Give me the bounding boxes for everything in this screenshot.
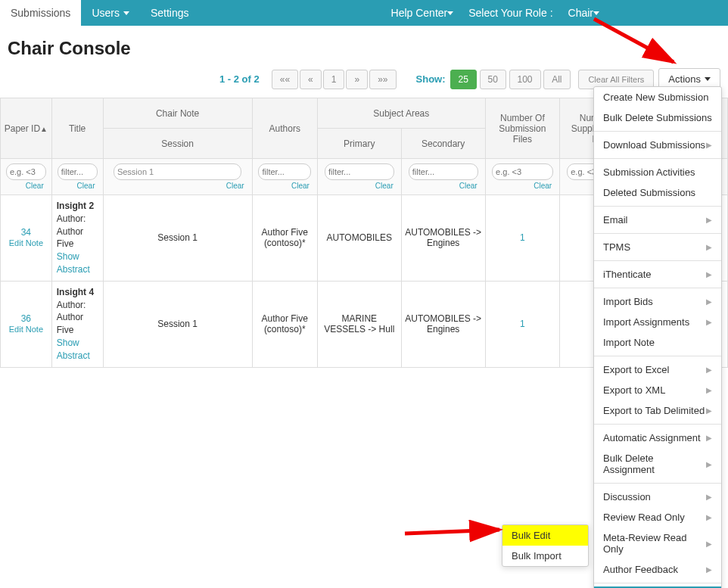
actions-item-label: Import Assignments: [603, 316, 689, 328]
result-range: 1 - 2 of 2: [219, 73, 260, 85]
col-primary[interactable]: Primary: [317, 129, 401, 159]
filter-session[interactable]: [114, 163, 241, 180]
actions-item-email[interactable]: Email▶: [594, 210, 721, 230]
actions-item-export-to-excel[interactable]: Export to Excel▶: [594, 359, 721, 380]
secondary-cell: AUTOMOBILES -> Engines: [401, 281, 485, 367]
filter-authors[interactable]: [258, 163, 311, 180]
chevron-right-icon: ▶: [706, 318, 712, 326]
chevron-right-icon: ▶: [706, 386, 712, 394]
col-paper-id[interactable]: Paper ID▲: [1, 98, 52, 159]
paper-id-link[interactable]: 36: [21, 313, 31, 324]
col-chair-note[interactable]: Chair Note: [103, 98, 252, 129]
filter-title[interactable]: [58, 163, 98, 180]
actions-item-label: TPMS: [603, 241, 630, 253]
tab-users-label: Users: [92, 7, 120, 19]
page-size-25[interactable]: 25: [450, 70, 477, 89]
tab-settings[interactable]: Settings: [140, 0, 200, 26]
clear-filter-title[interactable]: Clear: [55, 180, 100, 190]
actions-item-import-note[interactable]: Import Note: [594, 332, 721, 353]
actions-item-label: Email: [603, 214, 628, 226]
paper-title: Insight 4: [57, 287, 94, 297]
tab-users[interactable]: Users: [81, 0, 140, 26]
filter-secondary[interactable]: [409, 163, 478, 180]
actions-item-tpms[interactable]: TPMS▶: [594, 237, 721, 257]
filter-primary[interactable]: [325, 163, 394, 180]
author-label: Author:: [57, 213, 86, 224]
edit-note-link[interactable]: Edit Note: [9, 325, 43, 334]
author-label: Author:: [57, 300, 86, 310]
show-abstract-link[interactable]: Show Abstract: [57, 338, 90, 361]
secondary-cell: AUTOMOBILES -> Engines: [401, 195, 485, 282]
sort-asc-icon: ▲: [40, 125, 48, 133]
actions-item-label: iThenticate: [603, 269, 652, 280]
col-session[interactable]: Session: [103, 129, 252, 159]
edit-note-link[interactable]: Edit Note: [9, 238, 43, 247]
clear-filter-primary[interactable]: Clear: [321, 180, 398, 190]
clear-filter-paper-id[interactable]: Clear: [4, 180, 48, 190]
actions-item-export-to-xml[interactable]: Export to XML▶: [594, 380, 721, 397]
col-subject-areas: Subject Areas: [317, 98, 485, 129]
chevron-right-icon: ▶: [706, 141, 712, 149]
col-authors[interactable]: Authors: [252, 98, 317, 159]
page-size-50[interactable]: 50: [480, 70, 506, 89]
clear-filter-subfiles[interactable]: Clear: [489, 180, 557, 190]
help-label: Help Center: [391, 7, 448, 19]
caret-down-icon: [705, 77, 711, 81]
actions-item-create-new-submission[interactable]: Create New Submission: [594, 87, 721, 107]
paper-id-link[interactable]: 34: [21, 227, 31, 238]
show-abstract-link[interactable]: Show Abstract: [57, 251, 90, 275]
actions-item-ithenticate[interactable]: iThenticate▶: [594, 264, 721, 285]
chevron-right-icon: ▶: [706, 297, 712, 306]
actions-dropdown: Create New SubmissionBulk Delete Submiss…: [593, 86, 722, 397]
actions-item-deleted-submissions[interactable]: Deleted Submissions: [594, 182, 721, 203]
select-role-label: Select Your Role :: [461, 1, 560, 25]
clear-filter-session[interactable]: Clear: [107, 180, 249, 190]
actions-item-label: Import Note: [603, 337, 655, 348]
clear-filter-authors[interactable]: Clear: [256, 180, 314, 190]
clear-filter-secondary[interactable]: Clear: [405, 180, 482, 190]
col-submission-files[interactable]: Number Of Submission Files: [485, 98, 560, 159]
col-secondary[interactable]: Secondary: [401, 129, 485, 159]
role-selector[interactable]: Chair: [561, 1, 607, 25]
pager-last[interactable]: »»: [369, 70, 396, 89]
page-size-all[interactable]: All: [543, 70, 570, 89]
pager: «« « 1 » »»: [272, 70, 397, 89]
actions-item-label: Bulk Delete Submissions: [603, 112, 712, 123]
author-value: Author Five: [57, 226, 83, 250]
actions-item-bulk-delete-submissions[interactable]: Bulk Delete Submissions: [594, 107, 721, 128]
actions-item-download-submissions[interactable]: Download Submissions▶: [594, 135, 721, 155]
pager-next[interactable]: »: [346, 70, 368, 89]
actions-item-submission-activities[interactable]: Submission Activities: [594, 162, 721, 182]
filter-subfiles[interactable]: [492, 163, 553, 180]
page-size: 25 50 100 All: [450, 70, 571, 89]
top-nav: Submissions Users Settings Help Center S…: [0, 0, 728, 26]
authors-cell: Author Five (contoso)*: [252, 195, 317, 282]
caret-down-icon: [447, 11, 453, 15]
subfiles-link[interactable]: 1: [520, 319, 525, 329]
pager-prev[interactable]: «: [300, 70, 322, 89]
page-size-100[interactable]: 100: [509, 70, 541, 89]
authors-cell: Author Five (contoso)*: [252, 281, 317, 367]
actions-item-import-assignments[interactable]: Import Assignments▶: [594, 312, 721, 332]
actions-label: Actions: [668, 73, 701, 85]
chevron-right-icon: ▶: [706, 216, 712, 224]
session-cell: Session 1: [103, 195, 252, 282]
help-center-link[interactable]: Help Center: [384, 1, 462, 25]
filter-paper-id[interactable]: [6, 163, 46, 180]
chevron-right-icon: ▶: [706, 366, 712, 374]
primary-cell: AUTOMOBILES: [317, 195, 401, 282]
actions-item-import-bids[interactable]: Import Bids▶: [594, 291, 721, 312]
author-value: Author Five: [57, 312, 83, 335]
caret-down-icon: [593, 11, 599, 15]
tab-submissions[interactable]: Submissions: [0, 0, 81, 26]
chevron-right-icon: ▶: [706, 243, 712, 251]
role-label: Chair: [568, 7, 593, 19]
subfiles-link[interactable]: 1: [520, 232, 525, 243]
actions-item-label: Export to XML: [603, 384, 665, 396]
paper-title: Insight 2: [57, 201, 94, 211]
pager-first[interactable]: ««: [272, 70, 298, 89]
actions-item-label: Import Bids: [603, 296, 653, 307]
col-title[interactable]: Title: [51, 98, 103, 159]
pager-page-1[interactable]: 1: [323, 70, 345, 89]
caret-down-icon: [123, 11, 129, 15]
